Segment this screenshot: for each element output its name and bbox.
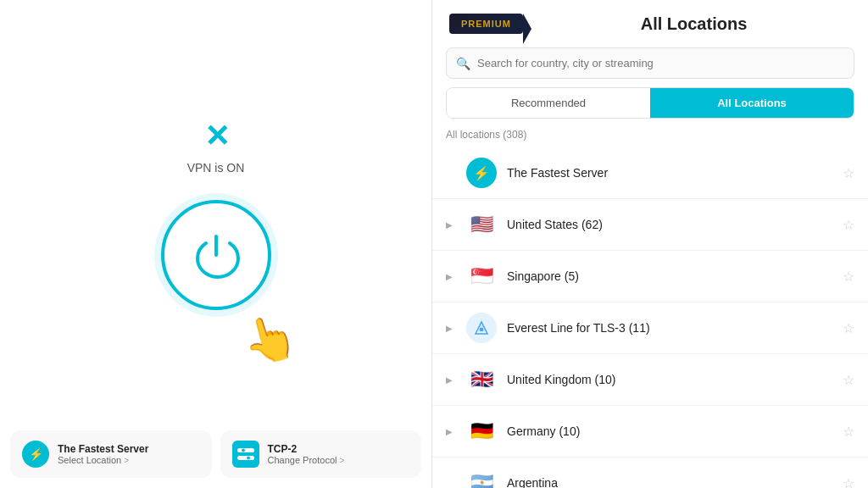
everest-icon (466, 313, 497, 343)
right-panel: PREMIUM All Locations 🔍 Recommended All … (432, 0, 868, 488)
location-name: The Fastest Server (507, 166, 832, 180)
country-flag: 🇸🇬 (466, 261, 497, 291)
power-button-container: 👆 (161, 200, 271, 327)
protocol-subtitle: Change Protocol > (268, 455, 345, 465)
tab-all-locations[interactable]: All Locations (650, 88, 854, 118)
location-name: Singapore (5) (507, 269, 832, 283)
fastest-server-card[interactable]: ⚡ The Fastest Server Select Location > (10, 430, 212, 478)
left-panel: ✕ VPN is ON 👆 ⚡ The Fastest Server Selec… (0, 0, 432, 488)
locations-list: ⚡ The Fastest Server ☆ ▶ 🇺🇸 United State… (432, 147, 868, 488)
svg-rect-4 (480, 328, 483, 331)
fastest-server-title: The Fastest Server (58, 443, 148, 455)
expand-arrow: ▶ (446, 220, 456, 230)
bottom-cards: ⚡ The Fastest Server Select Location > (0, 420, 431, 488)
protocol-card-text: TCP-2 Change Protocol > (268, 443, 345, 465)
fastest-server-card-text: The Fastest Server Select Location > (58, 443, 148, 465)
star-icon[interactable]: ☆ (843, 475, 854, 489)
search-icon: 🔍 (456, 57, 470, 70)
expand-arrow: ▶ (446, 375, 456, 385)
premium-badge[interactable]: PREMIUM (449, 14, 523, 34)
svg-point-2 (242, 449, 245, 452)
list-item[interactable]: ▶ 🇩🇪 Germany (10) ☆ (432, 406, 868, 458)
power-button[interactable] (161, 200, 271, 310)
fastest-server-arrow: > (124, 456, 129, 465)
country-flag: 🇺🇸 (466, 209, 497, 240)
vpn-status-label: VPN is ON (187, 161, 245, 175)
power-icon (191, 230, 242, 280)
tab-recommended[interactable]: Recommended (447, 88, 650, 118)
location-tabs: Recommended All Locations (446, 87, 854, 119)
star-icon[interactable]: ☆ (843, 424, 854, 440)
svg-rect-0 (237, 448, 254, 452)
protocol-title: TCP-2 (268, 443, 345, 455)
app-logo: ✕ (204, 119, 228, 154)
expand-arrow: ▶ (446, 324, 456, 333)
country-flag: 🇬🇧 (466, 364, 497, 395)
expand-arrow: ▶ (446, 427, 456, 436)
list-item[interactable]: ▶ 🇺🇸 United States (62) ☆ (432, 199, 868, 251)
star-icon[interactable]: ☆ (843, 165, 854, 181)
locations-count: All locations (308) (432, 127, 868, 147)
fastest-server-icon: ⚡ (22, 441, 49, 468)
fastest-server-subtitle: Select Location > (58, 455, 148, 465)
star-icon[interactable]: ☆ (843, 269, 854, 285)
location-name: United States (62) (507, 218, 832, 231)
list-item[interactable]: 🇦🇷 Argentina ☆ (432, 458, 868, 488)
hand-pointer-icon: 👆 (236, 308, 303, 372)
page-title: All Locations (537, 14, 851, 34)
star-icon[interactable]: ☆ (843, 320, 854, 336)
list-item[interactable]: ▶ 🇬🇧 United Kingdom (10) ☆ (432, 354, 868, 406)
protocol-icon (232, 441, 259, 468)
location-name: United Kingdom (10) (507, 373, 832, 386)
fastest-icon: ⚡ (466, 158, 497, 188)
star-icon[interactable]: ☆ (843, 217, 854, 233)
location-name: Germany (10) (507, 424, 832, 438)
list-item[interactable]: ▶ 🇸🇬 Singapore (5) ☆ (432, 251, 868, 302)
svg-point-3 (247, 457, 250, 460)
protocol-arrow: > (339, 456, 344, 465)
svg-rect-1 (237, 456, 254, 460)
location-name: Argentina (507, 476, 832, 488)
search-input[interactable] (446, 47, 854, 79)
search-bar: 🔍 (446, 47, 854, 79)
list-item[interactable]: ▶ Everest Line for TLS-3 (11) ☆ (432, 302, 868, 354)
country-flag: 🇩🇪 (466, 416, 497, 446)
expand-arrow: ▶ (446, 272, 456, 281)
right-header: PREMIUM All Locations (432, 0, 868, 47)
location-name: Everest Line for TLS-3 (11) (507, 321, 832, 335)
protocol-card[interactable]: TCP-2 Change Protocol > (220, 430, 422, 478)
country-flag: 🇦🇷 (466, 468, 497, 488)
star-icon[interactable]: ☆ (843, 372, 854, 388)
list-item[interactable]: ⚡ The Fastest Server ☆ (432, 147, 868, 199)
